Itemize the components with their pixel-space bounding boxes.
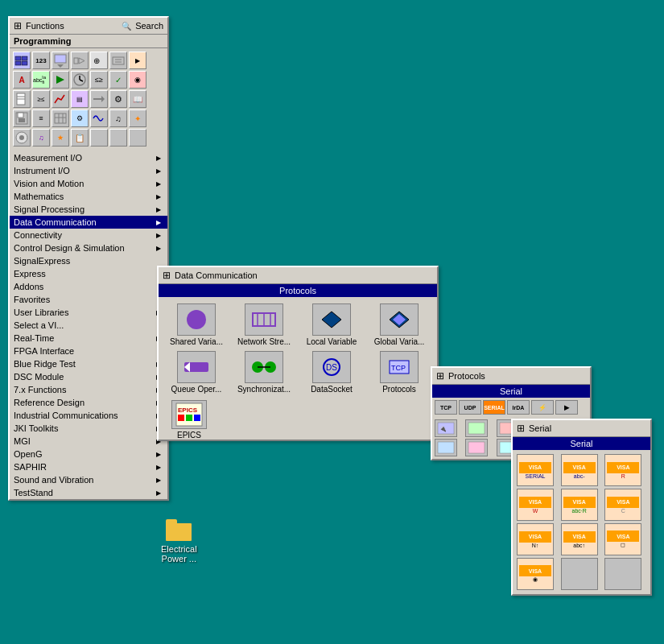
icon-blank1[interactable] [90, 129, 108, 147]
icon-epics[interactable]: EPICS EPICS [165, 400, 213, 440]
proto-icon-7[interactable] [465, 439, 488, 456]
icon-datasocket[interactable]: DS DataSocket [300, 351, 363, 394]
serial-icon-visa-sq[interactable]: VISA ◻ [604, 523, 641, 555]
menu-signalexpress[interactable]: SignalExpress [10, 254, 167, 267]
menu-express[interactable]: Express [10, 267, 167, 280]
serial-icon-visa-abc[interactable]: VISA abc- [561, 454, 598, 486]
menu-vision-motion[interactable]: Vision and Motion▶ [10, 177, 167, 190]
icon-compare2[interactable]: ≥≤ [32, 90, 50, 108]
icon-grid2[interactable]: ▤ [71, 90, 89, 108]
tab-udp[interactable]: UDP [459, 400, 481, 415]
icon-clock[interactable] [71, 71, 89, 89]
menu-data-communication[interactable]: Data Communication▶ [10, 216, 167, 229]
search-label[interactable]: Search [135, 21, 163, 31]
icon-clipboard[interactable]: 📋 [71, 129, 89, 147]
icon-gear[interactable]: ⚙ [109, 90, 127, 108]
tab-other[interactable]: ⚡ [531, 400, 554, 415]
icon-compare[interactable]: ≤≥ [90, 71, 108, 89]
icon-wave[interactable] [90, 109, 108, 127]
icon-misc2[interactable] [109, 52, 127, 69]
svg-point-29 [187, 310, 206, 329]
icon-play[interactable] [52, 71, 69, 89]
menu-measurement-io[interactable]: Measurement I/O▶ [10, 151, 167, 164]
folder-icon [166, 519, 192, 542]
menu-sound-vibration[interactable]: Sound and Vibration▶ [10, 473, 167, 486]
serial-icon-visa-w[interactable]: VISA W [517, 489, 554, 521]
data-comm-title: Data Communication [175, 270, 258, 280]
icon-blank2[interactable] [109, 129, 127, 147]
serial-icon-visa-c[interactable]: VISA C [604, 489, 641, 521]
icon-dial[interactable] [13, 129, 31, 147]
menu-user-libraries[interactable]: User Libraries▶ [10, 306, 167, 319]
menu-7x-functions[interactable]: 7.x Functions▶ [10, 383, 167, 396]
menu-instrument-io[interactable]: Instrument I/O▶ [10, 164, 167, 177]
icon-text-abc[interactable]: abcla fi [32, 71, 50, 89]
icon-table[interactable] [52, 109, 69, 127]
menu-mathematics[interactable]: Mathematics▶ [10, 190, 167, 203]
menu-reference-design[interactable]: Reference Design▶ [10, 396, 167, 409]
serial-icon-visa-abc2[interactable]: VISA abc↑ [561, 523, 598, 555]
menu-saphir[interactable]: SAPHIR▶ [10, 460, 167, 473]
menu-fpga[interactable]: FPGA Interface [10, 345, 167, 357]
proto-icon-6[interactable] [435, 439, 457, 456]
icon-book[interactable]: 📖 [129, 90, 146, 108]
icon-global-variable[interactable]: Global Varia... [368, 303, 431, 346]
menu-addons[interactable]: Addons [10, 280, 167, 293]
icon-array[interactable] [13, 52, 31, 69]
icon-numeric[interactable]: 123 [32, 52, 50, 69]
icon-file[interactable] [13, 90, 31, 108]
menu-favorites[interactable]: Favorites [10, 293, 167, 306]
icon-star[interactable]: ✦ [129, 109, 146, 127]
menu-mgi[interactable]: MGI▶ [10, 435, 167, 448]
svg-marker-19 [93, 96, 105, 102]
menu-select-vi[interactable]: Select a VI... [10, 319, 167, 332]
icon-misc1[interactable]: ⊕ [90, 52, 108, 69]
menu-real-time[interactable]: Real-Time▶ [10, 332, 167, 345]
serial-icon-visa-abc-r[interactable]: VISA abc·R [561, 489, 598, 521]
menu-industrial-comm[interactable]: Industrial Communications▶ [10, 409, 167, 422]
icon-protocols-item[interactable]: TCP Protocols [368, 351, 431, 394]
proto-icon-2[interactable] [465, 419, 488, 437]
icon-network-streams[interactable]: Network Stre... [233, 303, 295, 346]
menu-signal-processing[interactable]: Signal Processing▶ [10, 203, 167, 216]
icon-highlight[interactable]: ★ [52, 129, 69, 147]
icon-playback[interactable] [71, 52, 89, 69]
serial-icon-visa-r[interactable]: VISA R [604, 454, 641, 486]
icon-check[interactable]: ✓ [109, 71, 127, 89]
icon-blank3[interactable] [129, 129, 146, 147]
serial-icon-visa-circle[interactable]: VISA ◉ [517, 558, 554, 590]
tab-irda[interactable]: IrDA [507, 400, 530, 415]
icon-settings[interactable]: ⚙ [71, 109, 89, 127]
electrical-power-folder[interactable]: Electrical Power ... [161, 519, 197, 564]
icon-queue-operations[interactable]: Queue Oper... [165, 351, 228, 394]
icon-note[interactable]: ♫ [109, 109, 127, 127]
tab-serial[interactable]: SERIAL [483, 400, 505, 415]
icon-local-variable[interactable]: Local Variable [300, 303, 363, 346]
icon-synchronization[interactable]: Synchronizat... [233, 351, 295, 394]
icon-sound[interactable]: ♫ [32, 129, 50, 147]
icon-save[interactable] [13, 109, 31, 127]
menu-teststand[interactable]: TestStand▶ [10, 486, 167, 499]
menu-control-design[interactable]: Control Design & Simulation▶ [10, 242, 167, 254]
serial-icon-visa-serial[interactable]: VISA SERIAL [517, 454, 554, 486]
icon-misc3[interactable]: ▶ [129, 52, 146, 69]
icon-text-a[interactable]: A [13, 71, 31, 89]
menu-connectivity[interactable]: Connectivity▶ [10, 229, 167, 242]
icon-ctrl[interactable] [52, 52, 69, 69]
tab-tcp[interactable]: TCP [435, 400, 457, 415]
tab-arrow[interactable]: ▶ [555, 400, 578, 415]
menu-blue-ridge[interactable]: Blue Ridge Test▶ [10, 357, 167, 370]
serial-icon-visa-n[interactable]: VISA N↑ [517, 523, 554, 555]
svg-rect-21 [18, 113, 23, 118]
proto-icon-1[interactable]: 🔌 [435, 419, 457, 437]
menu-dsc-module[interactable]: DSC Module▶ [10, 370, 167, 383]
protocols-title: Protocols [448, 371, 485, 381]
icon-shared-variable[interactable]: Shared Varia... [165, 303, 228, 346]
icon-structure[interactable]: ◉ [129, 71, 146, 89]
icon-list[interactable]: ≡ [32, 109, 50, 127]
menu-jki-toolkits[interactable]: JKI Toolkits▶ [10, 422, 167, 435]
functions-icon: ⊞ [14, 20, 22, 31]
menu-openg[interactable]: OpenG▶ [10, 448, 167, 460]
icon-arrow[interactable] [90, 90, 108, 108]
icon-chart[interactable] [52, 90, 69, 108]
